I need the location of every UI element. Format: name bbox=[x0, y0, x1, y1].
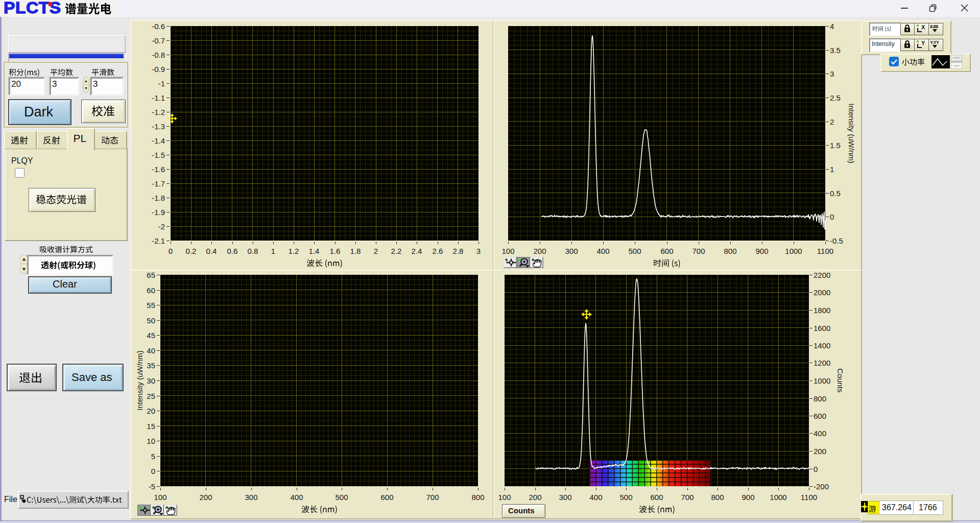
svg-text:Y: Y bbox=[921, 40, 925, 46]
svg-text:X: X bbox=[921, 24, 925, 30]
